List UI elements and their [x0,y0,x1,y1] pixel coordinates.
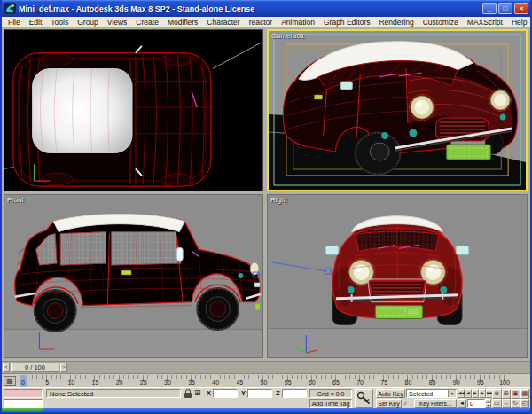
window-title: Mini_def.max - Autodesk 3ds Max 8 SP2 - … [19,4,481,13]
track-bar-tick-75: 75 [380,379,387,386]
viewport-front[interactable]: Front [4,194,263,358]
zoom-extents-all-icon[interactable]: ▩ [520,389,530,399]
menu-item-maxscript[interactable]: MAXScript [463,18,507,27]
mini-car-top-view [13,46,213,186]
taskbar-edge[interactable] [43,408,530,412]
new-key-tangent-icon[interactable]: ♪ [403,399,412,408]
key-filters-button[interactable]: Key Filters... [414,399,457,408]
previous-frame-button[interactable]: ◀ [465,389,472,398]
menu-item-modifiers[interactable]: Modifiers [163,18,202,27]
key-mode-dropdown[interactable]: Selected ▼ [406,389,457,398]
track-bar-tick-55: 55 [285,379,292,386]
mirror [325,246,339,254]
menubar: FileEditToolsGroupViewsCreateModifiersCh… [2,17,530,27]
viewport-camera01[interactable]: Camera01 [267,29,528,191]
chevron-down-icon[interactable]: ▼ [448,390,456,397]
frame-spinner[interactable]: ▴ ▾ [485,399,491,408]
x-label: X [207,389,211,398]
y-coordinate-field[interactable] [247,389,272,398]
set-key-toggle-button[interactable] [355,389,373,408]
viewport-front-label[interactable]: Front [7,196,24,204]
viewport-right-label[interactable]: Right [270,196,287,204]
playback-controls: ◀◀◀▶▶▶▶ [458,389,493,398]
menu-item-animation[interactable]: Animation [277,18,319,27]
viewport-top[interactable] [4,29,263,191]
menu-item-create[interactable]: Create [131,18,163,27]
menu-item-graph-editors[interactable]: Graph Editors [319,18,374,27]
menu-item-character[interactable]: Character [202,18,244,27]
track-bar-tick-30: 30 [164,379,171,386]
menu-item-reactor[interactable]: reactor [245,18,277,27]
maxscript-mini-listener[interactable] [4,399,43,408]
add-time-tag[interactable]: Add Time Tag [309,399,352,408]
time-slider[interactable]: < 0 / 100 > [2,361,530,373]
minimize-button[interactable]: ▁ [482,3,497,14]
track-bar-tick-80: 80 [404,379,411,386]
menu-item-edit[interactable]: Edit [25,18,47,27]
headlight [250,262,259,275]
mini-curve-editor-button[interactable]: ▦ [4,376,16,386]
top-view-scene [4,30,262,191]
auto-key-button[interactable]: Auto Key [376,389,405,398]
spinner-down-icon[interactable]: ▾ [485,403,491,408]
maximize-button[interactable]: □ [498,3,512,14]
key-icon [356,390,372,407]
status-bar: None Selected ⊞ X Y Z Grid = 0.0 Add Tim… [2,387,530,408]
menu-item-customize[interactable]: Customize [419,18,463,27]
time-slider-next-button[interactable]: > [60,363,67,372]
current-frame-field[interactable]: 0 [467,399,485,408]
viewport-right[interactable]: Right [267,194,528,358]
menu-item-help[interactable]: Help [507,18,531,27]
zoom-all-icon[interactable]: ⊞ [502,389,512,399]
y-label: Y [241,389,246,398]
close-button[interactable]: × [514,3,528,14]
set-key-button[interactable]: Set Key [376,399,402,408]
time-slider-prev-button[interactable]: < [3,363,10,372]
zoom-icon[interactable]: ⊕ [492,389,502,399]
track-bar-tick-50: 50 [261,379,268,386]
right-view-scene [268,195,527,357]
titlebar[interactable]: Mini_def.max - Autodesk 3ds Max 8 SP2 - … [2,0,530,17]
track-bar-tick-85: 85 [429,379,436,386]
next-frame-button[interactable]: ▶ [479,389,486,398]
time-slider-handle[interactable]: 0 / 100 [11,363,59,372]
key-mode-toggle-button[interactable]: ◄ [458,399,466,408]
menu-item-tools[interactable]: Tools [46,18,73,27]
z-coordinate-field[interactable] [282,389,307,398]
max-window: Mini_def.max - Autodesk 3ds Max 8 SP2 - … [0,0,532,414]
track-bar[interactable]: ▦ 05101520253035404550556065707580859095… [2,373,530,387]
mirror [176,247,183,261]
track-bar-tick-15: 15 [92,379,99,386]
min-max-toggle-icon[interactable]: ◱ [520,399,530,409]
region-zoom-icon[interactable]: ▭ [492,399,502,409]
track-bar-tick-90: 90 [453,379,460,386]
front-view-scene [4,195,262,357]
go-to-start-button[interactable]: ◀◀ [458,389,465,398]
viewport-navigation-controls: ⊕⊞▣▩▭↔↻◱ [492,389,529,408]
menu-item-rendering[interactable]: Rendering [374,18,418,27]
track-bar-tick-0: 0 [21,379,25,386]
menu-item-views[interactable]: Views [103,18,132,27]
license-plate [447,145,491,160]
maxscript-mini-listener-macro[interactable] [4,389,43,398]
track-bar-tick-10: 10 [67,379,74,386]
track-bar-tick-35: 35 [188,379,195,386]
selection-status-field[interactable]: None Selected [46,389,181,398]
track-bar-tick-60: 60 [309,379,316,386]
track-bar-tick-70: 70 [356,379,364,386]
track-bar-tick-95: 95 [477,379,484,386]
pan-icon[interactable]: ↔ [502,399,512,409]
track-bar-tick-5: 5 [45,379,49,386]
x-coordinate-field[interactable] [213,389,238,398]
menu-item-group[interactable]: Group [73,18,103,27]
3dsmax-logo-icon[interactable] [4,3,16,14]
absolute-mode-icon[interactable]: ⊞ [194,389,203,398]
selection-lock-icon[interactable] [184,393,192,398]
viewport-camera01-label[interactable]: Camera01 [271,32,304,40]
mirror [340,82,352,90]
start-button-edge[interactable] [2,408,43,412]
arc-rotate-icon[interactable]: ↻ [511,399,520,409]
play-animation-button[interactable]: ▶ [472,389,479,398]
zoom-extents-icon[interactable]: ▣ [511,389,520,399]
menu-item-file[interactable]: File [4,18,25,27]
